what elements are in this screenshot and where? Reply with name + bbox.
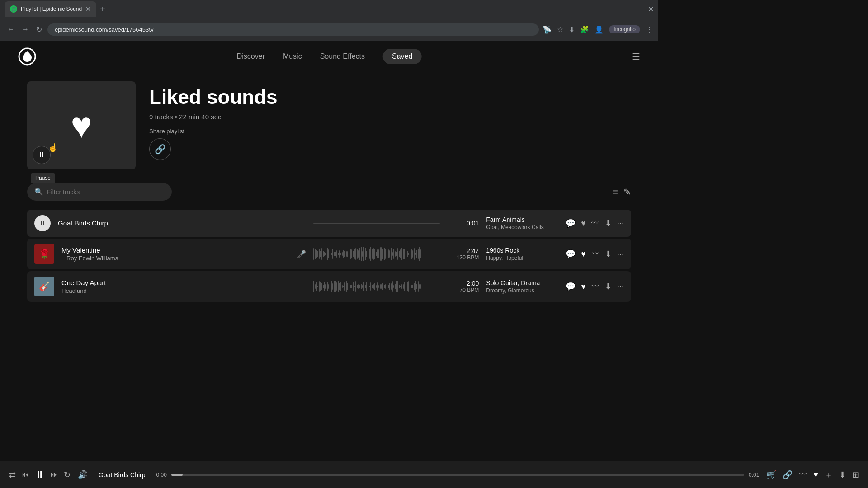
like-button[interactable]: ♥	[581, 219, 586, 228]
track-artist: + Roy Edwin Williams	[61, 255, 290, 262]
like-button[interactable]: ♥	[581, 282, 586, 291]
track-duration: 2:47 130 BPM	[447, 247, 479, 261]
comment-button[interactable]: 💬	[566, 249, 576, 259]
more-button[interactable]: ···	[617, 249, 624, 259]
close-window-button[interactable]: ✕	[648, 5, 654, 14]
track-actions: 💬 ♥ 〰 ⬇ ···	[566, 282, 624, 291]
address-bar[interactable]: epidemicsound.com/saved/17564535/	[47, 23, 539, 36]
filter-bar: 🔍 ≡ ✎	[27, 183, 631, 201]
track-duration: 0:01	[447, 220, 479, 227]
like-button[interactable]: ♥	[581, 249, 586, 259]
track-name: Goat Birds Chirp	[58, 219, 306, 227]
profile-icon[interactable]: 👤	[594, 25, 604, 34]
mic-icon: 🎤	[297, 250, 306, 258]
playlist-cover: ♥ ⏸ Pause	[27, 81, 136, 169]
track-row[interactable]: 🌹 My Valentine + Roy Edwin Williams 🎤 2:…	[27, 239, 631, 269]
track-info: My Valentine + Roy Edwin Williams	[61, 246, 290, 262]
tab-favicon: 🎵	[10, 5, 17, 13]
nav-sound-effects[interactable]: Sound Effects	[320, 52, 365, 61]
address-text: epidemicsound.com/saved/17564535/	[55, 26, 154, 33]
back-button[interactable]: ←	[5, 23, 16, 35]
playlist-title: Liked sounds	[149, 86, 278, 108]
download-button[interactable]: ⬇	[605, 218, 612, 228]
filter-input[interactable]	[47, 188, 165, 196]
more-button[interactable]: ···	[617, 219, 624, 228]
nav-links: Discover Music Sound Effects Saved	[237, 49, 422, 64]
hamburger-menu[interactable]: ☰	[632, 51, 640, 62]
heart-icon-large: ♥	[71, 105, 92, 146]
cast-icon: 📡	[542, 25, 552, 34]
track-name: My Valentine	[61, 246, 290, 254]
comment-button[interactable]: 💬	[566, 282, 576, 291]
filter-input-wrap[interactable]: 🔍	[27, 183, 172, 201]
new-tab-button[interactable]: +	[100, 4, 105, 14]
track-genre: Farm Animals Goat, Meadowlark Calls	[486, 216, 558, 230]
playlist-info: Liked sounds 9 tracks • 22 min 40 sec Sh…	[149, 81, 278, 160]
playlist-meta: 9 tracks • 22 min 40 sec	[149, 113, 278, 121]
menu-icon[interactable]: ⋮	[646, 25, 653, 34]
waveform	[313, 247, 440, 261]
list-view-button[interactable]: ≡	[613, 187, 618, 197]
plus-icon: +	[61, 255, 65, 262]
track-artist: Headlund	[61, 287, 306, 294]
tab-title: Playlist | Epidemic Sound	[21, 6, 82, 12]
share-label: Share playlist	[149, 128, 278, 135]
playlist-header: ♥ ⏸ Pause Liked sounds 9 tracks • 22 min…	[27, 72, 631, 183]
track-genre: Solo Guitar, Drama Dreamy, Glamorous	[486, 279, 558, 294]
waveform-button[interactable]: 〰	[591, 282, 599, 291]
track-thumbnail: 🎸	[34, 277, 54, 296]
pause-icon: ⏸	[39, 220, 46, 227]
more-button[interactable]: ···	[617, 282, 624, 291]
track-genre: 1960s Rock Happy, Hopeful	[486, 247, 558, 261]
track-duration: 2:00 70 BPM	[447, 280, 479, 293]
active-tab[interactable]: 🎵 Playlist | Epidemic Sound ✕	[5, 1, 96, 17]
filter-icons: ≡ ✎	[613, 187, 631, 197]
track-row[interactable]: 🎸 One Day Apart Headlund 2:00 70 BPM Sol…	[27, 271, 631, 302]
track-pause-button[interactable]: ⏸	[34, 215, 51, 231]
waveform	[313, 216, 440, 230]
link-icon: 🔗	[155, 144, 166, 155]
edit-playlist-button[interactable]: ✎	[623, 187, 631, 197]
waveform-button[interactable]: 〰	[591, 219, 599, 228]
tab-close-button[interactable]: ✕	[85, 5, 91, 13]
refresh-button[interactable]: ↻	[34, 23, 44, 36]
track-thumbnail: 🌹	[34, 244, 54, 264]
extension-icon[interactable]: 🧩	[580, 25, 589, 34]
incognito-badge: Incognito	[609, 25, 640, 33]
track-info: Goat Birds Chirp	[58, 219, 306, 228]
pause-tooltip: Pause	[31, 173, 55, 183]
track-actions: 💬 ♥ 〰 ⬇ ···	[566, 249, 624, 259]
download-button[interactable]: ⬇	[605, 282, 612, 291]
maximize-button[interactable]: □	[638, 5, 642, 14]
track-list: ⏸ Goat Birds Chirp 0:01 Farm Animals Goa…	[27, 210, 631, 302]
logo[interactable]	[18, 47, 36, 66]
nav-music[interactable]: Music	[283, 52, 302, 61]
app-nav: Discover Music Sound Effects Saved ☰	[0, 41, 658, 72]
waveform-button[interactable]: 〰	[591, 249, 599, 259]
main-content: ♥ ⏸ Pause Liked sounds 9 tracks • 22 min…	[0, 72, 658, 369]
pause-button[interactable]: ⏸	[33, 146, 51, 164]
nav-saved[interactable]: Saved	[383, 49, 421, 64]
minimize-button[interactable]: ─	[627, 5, 632, 14]
track-name: One Day Apart	[61, 279, 306, 286]
track-actions: 💬 ♥ 〰 ⬇ ···	[566, 218, 624, 228]
search-icon: 🔍	[34, 188, 43, 196]
comment-button[interactable]: 💬	[566, 218, 576, 228]
share-section: Share playlist 🔗	[149, 128, 278, 160]
star-icon[interactable]: ☆	[557, 25, 563, 34]
download-icon[interactable]: ⬇	[569, 25, 575, 34]
track-info: One Day Apart Headlund	[61, 279, 306, 294]
forward-button[interactable]: →	[20, 23, 31, 35]
download-button[interactable]: ⬇	[605, 249, 612, 259]
share-button[interactable]: 🔗	[149, 138, 171, 160]
waveform	[313, 279, 440, 294]
pause-icon: ⏸	[38, 151, 45, 159]
track-row[interactable]: ⏸ Goat Birds Chirp 0:01 Farm Animals Goa…	[27, 210, 631, 237]
nav-discover[interactable]: Discover	[237, 52, 265, 61]
